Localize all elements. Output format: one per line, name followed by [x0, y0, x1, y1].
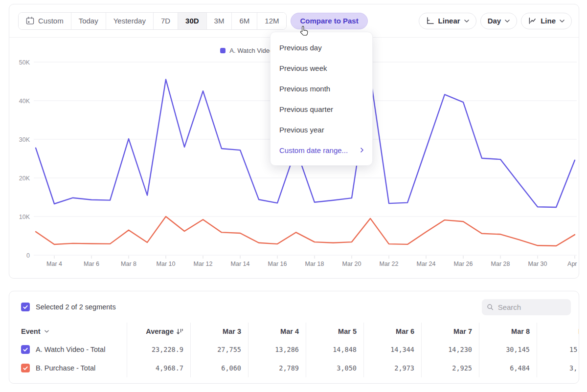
y-axis-label: 20K — [19, 175, 30, 182]
y-axis-label: 50K — [19, 59, 30, 66]
column-header-m: M — [537, 323, 579, 340]
chevron-down-icon — [464, 20, 469, 22]
value-cell: 4,968.7 — [127, 359, 190, 377]
search-input[interactable] — [498, 303, 566, 311]
value-cell: 2,973 — [363, 359, 421, 377]
event-header-label: Event — [21, 327, 41, 335]
legend-marker — [220, 48, 226, 53]
interval-label: Day — [488, 17, 501, 25]
x-axis-label: Mar 22 — [380, 261, 399, 267]
row-label: A. Watch Video - Total — [36, 346, 105, 353]
column-header-event[interactable]: Event — [9, 323, 127, 340]
value-cell: 27,755 — [190, 340, 248, 359]
value-cell: 30,145 — [479, 340, 537, 359]
table-body: A. Watch Video - Total23,228.927,75513,2… — [9, 340, 579, 377]
x-axis-label: Mar 14 — [231, 261, 250, 267]
chevron-down-icon — [45, 330, 49, 333]
menu-item-previous-week[interactable]: Previous week — [271, 58, 372, 78]
value-cell: 14,848 — [306, 340, 363, 359]
column-header-mar-5: Mar 5 — [306, 323, 363, 340]
range-label: 12M — [265, 17, 279, 25]
row-checkbox[interactable] — [21, 345, 30, 354]
search-icon — [487, 303, 494, 311]
x-axis-label: Mar 6 — [84, 261, 99, 267]
scale-label: Linear — [438, 17, 460, 25]
compare-to-past-menu: Previous dayPrevious weekPrevious monthP… — [270, 32, 373, 166]
range-button-yesterday[interactable]: Yesterday — [106, 13, 153, 29]
chevron-right-icon — [361, 148, 363, 152]
y-axis-label: 10K — [19, 214, 30, 220]
range-label: Today — [79, 17, 98, 25]
menu-item-previous-quarter[interactable]: Previous quarter — [271, 99, 372, 119]
search-box — [482, 299, 571, 315]
table-row-a-watch-video-total[interactable]: A. Watch Video - Total23,228.927,75513,2… — [9, 340, 579, 359]
value-cell: 6,060 — [190, 359, 248, 377]
compare-to-past-label: Compare to Past — [300, 17, 358, 25]
x-axis-label: Mar 18 — [305, 261, 324, 267]
range-button-custom[interactable]: Custom — [19, 13, 71, 29]
column-header-average[interactable]: Average — [127, 323, 190, 340]
range-button-6m[interactable]: 6M — [231, 13, 257, 29]
range-label: 30D — [185, 17, 199, 25]
range-button-today[interactable]: Today — [71, 13, 106, 29]
range-button-7d[interactable]: 7D — [153, 13, 178, 29]
column-header-mar-4: Mar 4 — [248, 323, 306, 340]
analytics-dashboard: CustomTodayYesterday7D30D3M6M12M Compare… — [0, 0, 587, 392]
menu-item-previous-month[interactable]: Previous month — [271, 78, 372, 99]
row-checkbox[interactable] — [21, 364, 30, 372]
y-axis-label: 0 — [26, 252, 30, 259]
linear-axis-icon — [426, 17, 434, 25]
value-cell: 23,228.9 — [127, 340, 190, 359]
series-line-b-purchase-total — [36, 217, 575, 246]
compare-to-past-button[interactable]: Compare to Past — [291, 13, 367, 29]
row-label-cell: A. Watch Video - Total — [9, 340, 127, 359]
segments-table-panel: Selected 2 of 2 segments EventAverageMar… — [9, 291, 579, 384]
interval-dropdown-button[interactable]: Day — [480, 13, 518, 29]
table-row-b-purchase-total[interactable]: B. Purchase - Total4,968.76,0602,7893,05… — [9, 359, 579, 377]
selected-count-label: Selected 2 of 2 segments — [36, 303, 116, 311]
x-axis-label: Apr 1 — [567, 261, 579, 267]
x-axis-label: Mar 8 — [121, 261, 136, 267]
x-axis-label: Mar 16 — [268, 261, 287, 267]
row-label-cell: B. Purchase - Total — [9, 359, 127, 377]
y-axis-label: 40K — [19, 98, 30, 105]
range-label: 7D — [161, 17, 170, 25]
y-axis-label: 30K — [19, 136, 30, 143]
range-label: 3M — [214, 17, 225, 25]
chevron-down-icon — [560, 20, 564, 22]
range-button-3m[interactable]: 3M — [206, 13, 232, 29]
x-axis-label: Mar 12 — [194, 261, 213, 267]
select-all-checkbox[interactable] — [21, 303, 30, 311]
menu-item-previous-day[interactable]: Previous day — [271, 37, 372, 58]
average-header-label: Average — [146, 327, 174, 335]
check-icon — [23, 365, 28, 371]
range-label: Custom — [38, 17, 64, 25]
chart-type-label: Line — [541, 17, 556, 25]
x-axis-label: Mar 10 — [157, 261, 176, 267]
segments-header-bar: Selected 2 of 2 segments — [9, 291, 579, 323]
chevron-down-icon — [505, 20, 510, 22]
range-button-12m[interactable]: 12M — [257, 13, 286, 29]
x-axis-label: Mar 20 — [342, 261, 361, 267]
chart-type-dropdown-button[interactable]: Line — [521, 13, 572, 29]
x-axis-label: Mar 24 — [417, 261, 436, 267]
value-cell: 2,789 — [248, 359, 306, 377]
column-header-mar-7: Mar 7 — [421, 323, 479, 340]
menu-item-custom-date-range[interactable]: Custom date range... — [271, 140, 372, 160]
range-button-30d[interactable]: 30D — [178, 13, 206, 29]
date-range-segmented-control: CustomTodayYesterday7D30D3M6M12M — [18, 12, 287, 30]
sort-descending-icon — [177, 328, 183, 335]
menu-item-previous-year[interactable]: Previous year — [271, 119, 372, 140]
scale-dropdown-button[interactable]: Linear — [419, 13, 476, 29]
column-header-mar-3: Mar 3 — [190, 323, 248, 340]
value-cell: 3,050 — [306, 359, 363, 377]
range-label: Yesterday — [113, 17, 146, 25]
value-cell: 15, — [537, 340, 579, 359]
value-cell: 3, — [537, 359, 579, 377]
compare-menu-items: Previous dayPrevious weekPrevious monthP… — [271, 37, 372, 140]
calendar-icon — [26, 17, 34, 25]
value-cell: 14,344 — [363, 340, 421, 359]
custom-date-range-label: Custom date range... — [279, 146, 348, 154]
column-header-mar-6: Mar 6 — [363, 323, 421, 340]
value-cell: 2,925 — [421, 359, 479, 377]
